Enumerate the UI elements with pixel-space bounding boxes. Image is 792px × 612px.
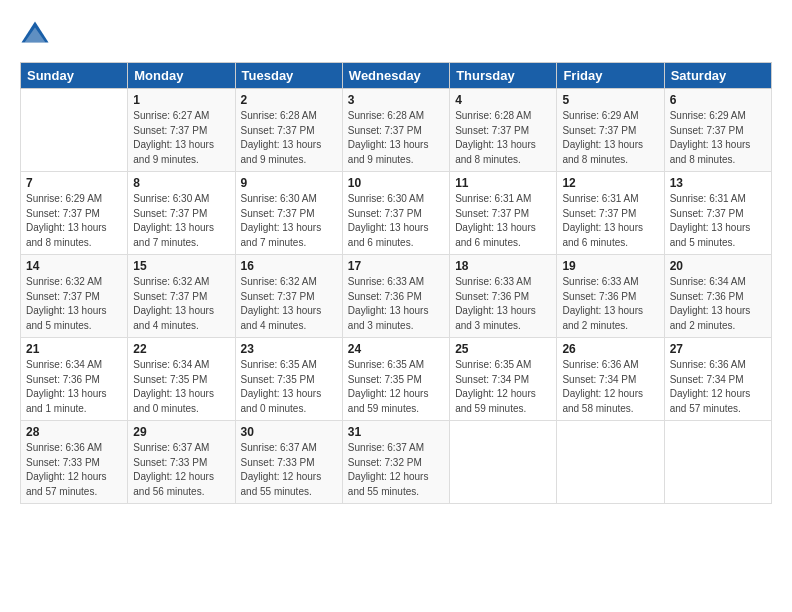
day-number: 25 [455,342,551,356]
day-number: 30 [241,425,337,439]
day-cell: 15Sunrise: 6:32 AM Sunset: 7:37 PM Dayli… [128,255,235,338]
day-number: 3 [348,93,444,107]
day-number: 21 [26,342,122,356]
day-info: Sunrise: 6:35 AM Sunset: 7:34 PM Dayligh… [455,358,551,416]
day-info: Sunrise: 6:30 AM Sunset: 7:37 PM Dayligh… [133,192,229,250]
day-number: 16 [241,259,337,273]
header-cell-monday: Monday [128,63,235,89]
day-cell: 3Sunrise: 6:28 AM Sunset: 7:37 PM Daylig… [342,89,449,172]
page: SundayMondayTuesdayWednesdayThursdayFrid… [0,0,792,612]
day-cell: 13Sunrise: 6:31 AM Sunset: 7:37 PM Dayli… [664,172,771,255]
day-cell [664,421,771,504]
day-info: Sunrise: 6:29 AM Sunset: 7:37 PM Dayligh… [670,109,766,167]
day-info: Sunrise: 6:31 AM Sunset: 7:37 PM Dayligh… [670,192,766,250]
day-cell: 1Sunrise: 6:27 AM Sunset: 7:37 PM Daylig… [128,89,235,172]
day-number: 2 [241,93,337,107]
day-info: Sunrise: 6:35 AM Sunset: 7:35 PM Dayligh… [241,358,337,416]
day-cell: 12Sunrise: 6:31 AM Sunset: 7:37 PM Dayli… [557,172,664,255]
day-info: Sunrise: 6:32 AM Sunset: 7:37 PM Dayligh… [241,275,337,333]
day-number: 4 [455,93,551,107]
day-cell: 23Sunrise: 6:35 AM Sunset: 7:35 PM Dayli… [235,338,342,421]
week-row-1: 1Sunrise: 6:27 AM Sunset: 7:37 PM Daylig… [21,89,772,172]
day-info: Sunrise: 6:29 AM Sunset: 7:37 PM Dayligh… [26,192,122,250]
day-cell: 8Sunrise: 6:30 AM Sunset: 7:37 PM Daylig… [128,172,235,255]
day-info: Sunrise: 6:33 AM Sunset: 7:36 PM Dayligh… [455,275,551,333]
logo-icon [20,20,50,50]
day-info: Sunrise: 6:37 AM Sunset: 7:33 PM Dayligh… [241,441,337,499]
day-number: 23 [241,342,337,356]
header-cell-saturday: Saturday [664,63,771,89]
day-number: 6 [670,93,766,107]
header-row: SundayMondayTuesdayWednesdayThursdayFrid… [21,63,772,89]
day-info: Sunrise: 6:31 AM Sunset: 7:37 PM Dayligh… [562,192,658,250]
day-number: 1 [133,93,229,107]
day-cell: 20Sunrise: 6:34 AM Sunset: 7:36 PM Dayli… [664,255,771,338]
day-number: 19 [562,259,658,273]
day-number: 22 [133,342,229,356]
day-cell: 4Sunrise: 6:28 AM Sunset: 7:37 PM Daylig… [450,89,557,172]
day-number: 26 [562,342,658,356]
week-row-5: 28Sunrise: 6:36 AM Sunset: 7:33 PM Dayli… [21,421,772,504]
day-info: Sunrise: 6:33 AM Sunset: 7:36 PM Dayligh… [348,275,444,333]
day-info: Sunrise: 6:32 AM Sunset: 7:37 PM Dayligh… [133,275,229,333]
day-info: Sunrise: 6:30 AM Sunset: 7:37 PM Dayligh… [348,192,444,250]
day-cell: 24Sunrise: 6:35 AM Sunset: 7:35 PM Dayli… [342,338,449,421]
day-number: 8 [133,176,229,190]
day-number: 15 [133,259,229,273]
week-row-4: 21Sunrise: 6:34 AM Sunset: 7:36 PM Dayli… [21,338,772,421]
day-info: Sunrise: 6:31 AM Sunset: 7:37 PM Dayligh… [455,192,551,250]
day-cell [450,421,557,504]
day-info: Sunrise: 6:27 AM Sunset: 7:37 PM Dayligh… [133,109,229,167]
day-info: Sunrise: 6:34 AM Sunset: 7:36 PM Dayligh… [26,358,122,416]
day-number: 20 [670,259,766,273]
day-info: Sunrise: 6:37 AM Sunset: 7:33 PM Dayligh… [133,441,229,499]
day-number: 5 [562,93,658,107]
day-number: 14 [26,259,122,273]
day-info: Sunrise: 6:33 AM Sunset: 7:36 PM Dayligh… [562,275,658,333]
header-cell-friday: Friday [557,63,664,89]
day-number: 31 [348,425,444,439]
header-cell-wednesday: Wednesday [342,63,449,89]
day-cell: 27Sunrise: 6:36 AM Sunset: 7:34 PM Dayli… [664,338,771,421]
day-info: Sunrise: 6:30 AM Sunset: 7:37 PM Dayligh… [241,192,337,250]
day-cell: 28Sunrise: 6:36 AM Sunset: 7:33 PM Dayli… [21,421,128,504]
day-cell: 14Sunrise: 6:32 AM Sunset: 7:37 PM Dayli… [21,255,128,338]
day-number: 11 [455,176,551,190]
day-number: 28 [26,425,122,439]
day-cell: 2Sunrise: 6:28 AM Sunset: 7:37 PM Daylig… [235,89,342,172]
logo [20,20,54,50]
day-info: Sunrise: 6:28 AM Sunset: 7:37 PM Dayligh… [455,109,551,167]
day-cell [557,421,664,504]
day-cell: 9Sunrise: 6:30 AM Sunset: 7:37 PM Daylig… [235,172,342,255]
day-info: Sunrise: 6:35 AM Sunset: 7:35 PM Dayligh… [348,358,444,416]
day-info: Sunrise: 6:36 AM Sunset: 7:34 PM Dayligh… [670,358,766,416]
day-cell: 11Sunrise: 6:31 AM Sunset: 7:37 PM Dayli… [450,172,557,255]
week-row-2: 7Sunrise: 6:29 AM Sunset: 7:37 PM Daylig… [21,172,772,255]
day-number: 27 [670,342,766,356]
week-row-3: 14Sunrise: 6:32 AM Sunset: 7:37 PM Dayli… [21,255,772,338]
day-number: 17 [348,259,444,273]
day-info: Sunrise: 6:34 AM Sunset: 7:35 PM Dayligh… [133,358,229,416]
day-cell: 21Sunrise: 6:34 AM Sunset: 7:36 PM Dayli… [21,338,128,421]
header-cell-sunday: Sunday [21,63,128,89]
day-cell: 26Sunrise: 6:36 AM Sunset: 7:34 PM Dayli… [557,338,664,421]
header [20,20,772,50]
day-number: 7 [26,176,122,190]
day-cell: 18Sunrise: 6:33 AM Sunset: 7:36 PM Dayli… [450,255,557,338]
day-number: 13 [670,176,766,190]
day-info: Sunrise: 6:32 AM Sunset: 7:37 PM Dayligh… [26,275,122,333]
calendar-table: SundayMondayTuesdayWednesdayThursdayFrid… [20,62,772,504]
day-info: Sunrise: 6:37 AM Sunset: 7:32 PM Dayligh… [348,441,444,499]
day-number: 9 [241,176,337,190]
day-cell: 30Sunrise: 6:37 AM Sunset: 7:33 PM Dayli… [235,421,342,504]
day-cell: 19Sunrise: 6:33 AM Sunset: 7:36 PM Dayli… [557,255,664,338]
day-number: 18 [455,259,551,273]
day-cell: 16Sunrise: 6:32 AM Sunset: 7:37 PM Dayli… [235,255,342,338]
day-cell: 7Sunrise: 6:29 AM Sunset: 7:37 PM Daylig… [21,172,128,255]
header-cell-tuesday: Tuesday [235,63,342,89]
day-cell: 17Sunrise: 6:33 AM Sunset: 7:36 PM Dayli… [342,255,449,338]
day-cell: 5Sunrise: 6:29 AM Sunset: 7:37 PM Daylig… [557,89,664,172]
day-number: 24 [348,342,444,356]
day-cell: 31Sunrise: 6:37 AM Sunset: 7:32 PM Dayli… [342,421,449,504]
day-info: Sunrise: 6:29 AM Sunset: 7:37 PM Dayligh… [562,109,658,167]
